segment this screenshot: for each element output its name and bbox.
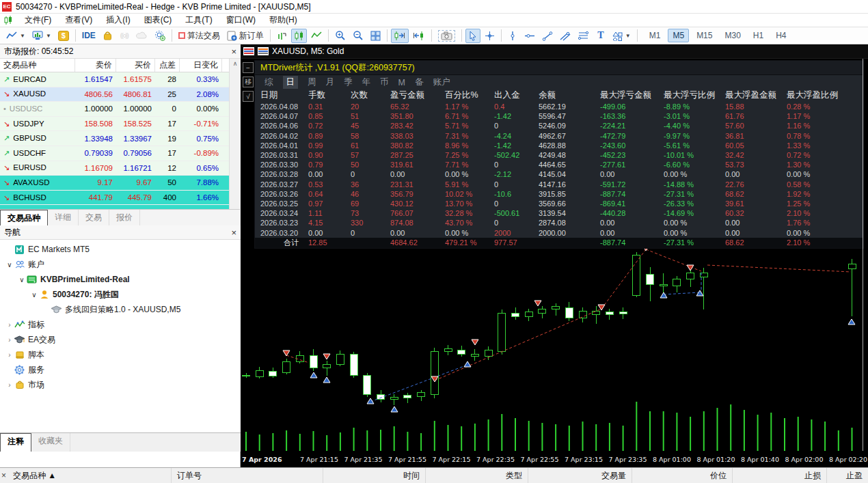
navigator-item-1[interactable]: ∨账户 (0, 257, 241, 272)
screenshot-button[interactable] (435, 29, 458, 43)
collapse-arrow-icon[interactable]: › (5, 381, 14, 389)
symbol-cell[interactable]: ↘EURUSD (0, 163, 75, 172)
expand-arrow-icon[interactable]: ∨ (5, 261, 14, 268)
toolbox-col-0[interactable]: 交易品种 ▲ (8, 468, 172, 483)
menu-item-0[interactable]: 文件(F) (18, 13, 58, 27)
symbol-cell[interactable]: ↗EURCAD (0, 75, 75, 84)
stats-tab-周[interactable]: 周 (308, 77, 316, 88)
market-watch-row-AVAXUSD[interactable]: ↘AVAXUSD9.179.67507.88% (0, 176, 241, 191)
bottom-tab-0[interactable]: 注释 (0, 433, 31, 452)
menu-item-3[interactable]: 图表(C) (137, 13, 179, 27)
new-order-button[interactable]: 新订单 (224, 29, 267, 43)
auto-scroll-button[interactable] (391, 29, 409, 43)
toolbox-col-4[interactable]: 交易量 (528, 468, 632, 483)
navigator-item-2[interactable]: ∨KVBPrimeLimited-Real (0, 272, 241, 287)
channel-button[interactable] (557, 29, 573, 43)
menu-item-6[interactable]: 帮助(H) (262, 13, 304, 27)
market-watch-row-EURCAD[interactable]: ↗EURCAD1.615471.61575280.33% (0, 72, 241, 87)
timeframe-m30[interactable]: M30 (720, 29, 745, 42)
market-watch-tab-0[interactable]: 交易品种 (0, 210, 48, 225)
stats-tab-备[interactable]: 备 (415, 77, 424, 88)
stats-tab-账户[interactable]: 账户 (433, 77, 450, 88)
navigator-close-icon[interactable]: × (231, 227, 236, 238)
bar-chart-button[interactable] (274, 29, 290, 43)
timeframe-h4[interactable]: H4 (771, 29, 791, 42)
menu-item-1[interactable]: 查看(V) (58, 13, 99, 27)
menu-item-4[interactable]: 工具(T) (178, 13, 219, 27)
stats-tab-综[interactable]: 综 (265, 77, 273, 88)
crosshair-button[interactable] (482, 29, 498, 43)
symbol-cell[interactable]: ↘USDJPY (0, 120, 75, 128)
confirm-stats-button[interactable]: √ (243, 91, 254, 102)
dropdown-caret-icon[interactable]: ▼ (625, 33, 631, 39)
dropdown-caret-icon[interactable]: ▼ (46, 33, 51, 39)
stats-tab-日[interactable]: 日 (283, 76, 299, 89)
chart-style-dropdown[interactable]: ▼ (3, 29, 28, 43)
depth-of-market-icon[interactable] (243, 47, 254, 55)
cloud-button[interactable] (133, 29, 150, 43)
market-watch-col-0[interactable]: 交易品种 (0, 59, 75, 72)
market-watch-col-3[interactable]: 点差 (155, 59, 180, 72)
stats-tab-季[interactable]: 季 (344, 77, 353, 88)
market-bag-button[interactable] (100, 29, 116, 43)
ide-button[interactable]: IDE (79, 29, 98, 43)
expand-arrow-icon[interactable]: ∨ (18, 276, 26, 284)
navigator-item-4[interactable]: 多线回归策略1.0 - XAUUSD,M5 (0, 302, 241, 317)
stats-tab-月[interactable]: 月 (326, 77, 335, 88)
market-watch-tab-2[interactable]: 交易 (79, 210, 109, 225)
toolbox-col-7[interactable]: 止盈 (827, 468, 868, 483)
collapse-arrow-icon[interactable]: › (5, 336, 14, 344)
title-bar[interactable]: EC 50034270 - KVBPrimeLimited-Real - Hed… (0, 0, 868, 14)
timeframe-h1[interactable]: H1 (748, 29, 768, 42)
text-button[interactable]: T (593, 29, 608, 43)
minimize-stats-button[interactable]: − (243, 62, 254, 73)
collapse-arrow-icon[interactable]: › (5, 321, 14, 329)
vline-button[interactable] (505, 29, 520, 43)
stats-tab-M[interactable]: M (398, 78, 405, 87)
scroll-up-icon[interactable]: ∧ (233, 60, 238, 67)
navigator-item-3[interactable]: ∨50034270: 冯胜国 (0, 287, 241, 302)
symbol-cell[interactable]: ↘XAUUSD (0, 89, 75, 98)
market-watch-row-USDJPY[interactable]: ↘USDJPY158.508158.52517-0.71% (0, 117, 241, 132)
market-watch-row-GBPUSD[interactable]: ↗GBPUSD1.339481.33967190.75% (0, 131, 241, 146)
stats-tab-年[interactable]: 年 (362, 77, 371, 88)
algo-trading-button[interactable]: 算法交易 (176, 29, 223, 43)
toolbox-col-1[interactable]: 订单号 (172, 468, 323, 483)
chart-title-bar[interactable]: XAUUSD, M5: Gold (241, 44, 868, 59)
community-button[interactable] (152, 29, 168, 43)
tile-windows-button[interactable] (368, 29, 383, 43)
symbol-cell[interactable]: ↘AVAXUSD (0, 178, 75, 187)
navigator-item-9[interactable]: ›市场 (0, 377, 241, 392)
toolbox-col-2[interactable]: 时间 (323, 468, 426, 483)
navigator-item-5[interactable]: ›指标 (0, 317, 241, 332)
market-watch-col-4[interactable]: 日变化 (180, 59, 222, 72)
timeframe-m15[interactable]: M15 (692, 29, 717, 42)
market-watch-row-EURUSD[interactable]: ↘EURUSD1.167091.16721120.65% (0, 161, 241, 176)
cursor-button[interactable] (465, 29, 480, 43)
toolbox-close-icon[interactable]: × (0, 471, 8, 480)
line-chart-button[interactable] (308, 29, 325, 43)
equidistant-button[interactable] (575, 29, 592, 43)
symbol-cell[interactable]: ↘BCHUSD (0, 193, 75, 202)
expand-arrow-icon[interactable]: ∨ (30, 291, 38, 299)
market-watch-close-icon[interactable]: × (231, 46, 236, 57)
market-watch-row-BCHUSD[interactable]: ↘BCHUSD441.79445.794001.66% (0, 191, 241, 206)
market-watch-row-XAUUSD[interactable]: ↘XAUUSD4806.564806.81252.08% (0, 87, 241, 102)
toolbox-col-6[interactable]: 止损 (733, 468, 827, 483)
market-watch-col-1[interactable]: 卖价 (75, 59, 116, 72)
hline-button[interactable] (521, 29, 538, 43)
move-stats-button[interactable]: 移 (243, 77, 254, 87)
menu-item-5[interactable]: 窗口(W) (219, 13, 262, 27)
chart-shift-button[interactable] (410, 29, 428, 43)
collapse-arrow-icon[interactable]: › (5, 351, 14, 359)
bottom-tab-1[interactable]: 收藏夹 (31, 433, 70, 452)
navigator-item-7[interactable]: ›脚本 (0, 347, 241, 362)
profiles-dropdown[interactable]: ▼ (29, 29, 54, 43)
zoom-out-button[interactable] (350, 29, 366, 43)
market-watch-tab-3[interactable]: 报价 (109, 210, 140, 225)
market-watch-tab-1[interactable]: 详细 (48, 210, 79, 225)
navigator-item-6[interactable]: ›EA交易 (0, 332, 241, 347)
menu-item-2[interactable]: 插入(I) (99, 13, 137, 27)
payments-button[interactable]: $ (55, 29, 72, 43)
stats-tab-币[interactable]: 币 (380, 77, 389, 88)
